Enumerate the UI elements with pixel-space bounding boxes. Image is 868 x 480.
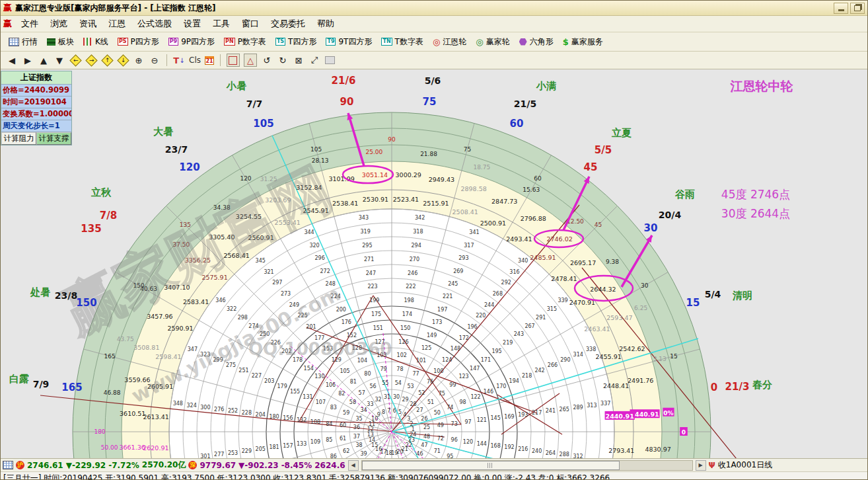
toolbar-label: P四方形 [131, 36, 159, 48]
diamond-right-button[interactable]: → [85, 54, 97, 66]
chart-area[interactable]: 1234567891011121314151617181920212223242… [1, 69, 868, 458]
svg-text:179: 179 [277, 383, 287, 389]
svg-text:3051.14: 3051.14 [362, 171, 388, 179]
svg-text:316: 316 [509, 269, 519, 275]
svg-text:春分: 春分 [752, 379, 772, 391]
svg-text:7/8: 7/8 [100, 210, 117, 221]
svg-text:105: 105 [253, 118, 273, 130]
t-down-button[interactable]: T↓ [173, 54, 185, 66]
diamond-up-button[interactable]: ↑ [101, 54, 113, 66]
toolbar-button-江恩轮[interactable]: ◎江恩轮 [429, 35, 470, 49]
cls-button[interactable]: Cls [189, 56, 201, 65]
menu-item-3[interactable]: 江恩 [102, 16, 131, 32]
svg-text:194: 194 [509, 378, 519, 384]
scroll-left-button[interactable]: ◀ [348, 460, 359, 471]
clipboard-button[interactable] [324, 54, 336, 66]
tri-left-button[interactable]: ◀ [6, 54, 18, 66]
svg-text:222: 222 [406, 284, 416, 290]
diamond-left-button[interactable]: ← [69, 54, 81, 66]
toolbar-button-9P四方形[interactable]: P99P四方形 [164, 35, 219, 49]
title-bar[interactable]: 赢 赢家江恩专业版[赢家内部服务平台] - [上证指数 江恩轮] [1, 1, 867, 16]
toolbar-button-板块[interactable]: 板块 [43, 35, 78, 49]
svg-text:150: 150 [400, 325, 410, 331]
svg-text:98: 98 [460, 399, 466, 405]
toolbar-button-T数字表[interactable]: TNT数字表 [377, 35, 427, 49]
menu-item-9[interactable]: 帮助 [311, 16, 340, 32]
menu-item-7[interactable]: 窗口 [236, 16, 265, 32]
box-x-button[interactable]: ⊠ [293, 54, 305, 66]
scrollbar-thumb[interactable] [362, 461, 620, 470]
coefficient-row: 变换系数=1.00000 [1, 108, 71, 120]
tri-down-button[interactable]: ▼ [54, 54, 65, 66]
blocks-icon [47, 38, 55, 46]
diamond-down-button[interactable]: ↓ [117, 54, 129, 66]
tri-up-button[interactable]: ▲ [38, 54, 50, 66]
calendar-button[interactable]: 21 [205, 56, 214, 65]
square-button[interactable] [227, 54, 240, 67]
toolbar-button-9T四方形[interactable]: T99T四方形 [322, 35, 376, 49]
badge-TS: TS [275, 38, 285, 46]
toolbar-button-行情[interactable]: 行情 [5, 35, 42, 49]
tri-right-button[interactable]: ▶ [22, 54, 34, 66]
svg-text:3457.96: 3457.96 [147, 313, 172, 320]
toolbar-button-六角形[interactable]: 六角形 [515, 35, 558, 49]
menu-item-5[interactable]: 设置 [178, 16, 207, 32]
svg-text:2523.41: 2523.41 [393, 196, 419, 203]
menu-item-2[interactable]: 资讯 [73, 16, 102, 32]
rotate-ccw-button[interactable]: ↺ [261, 54, 273, 66]
svg-text:246: 246 [408, 270, 417, 276]
rotate-cw-button[interactable]: ↻ [277, 54, 289, 66]
menu-item-8[interactable]: 交易委托 [265, 16, 311, 32]
toolbar-button-赢家轮[interactable]: ◎赢家轮 [472, 35, 513, 49]
status-bar: 沪 2746.61 ▼-229.92 -7.72% 2570.20亿 深 977… [1, 458, 867, 471]
center-arrows-button[interactable]: ⤢ [308, 54, 320, 66]
svg-text:155: 155 [290, 389, 300, 395]
svg-text:271: 271 [364, 257, 374, 262]
quote-grid-icon[interactable] [3, 461, 13, 469]
svg-text:109: 109 [310, 439, 320, 445]
toolbar-button-P四方形[interactable]: PSP四方形 [114, 35, 163, 49]
toolbar-button-T四方形[interactable]: TST四方形 [271, 35, 321, 49]
toolbar-button-K线[interactable]: K线 [79, 35, 112, 49]
minimize-button[interactable] [834, 3, 848, 14]
restore-button[interactable] [850, 3, 865, 14]
clipboard-icon [325, 56, 335, 64]
shanghai-badge: 沪 [16, 461, 24, 469]
toolbar-button-P数字表[interactable]: PNP数字表 [220, 35, 270, 49]
svg-text:小满: 小满 [536, 80, 556, 92]
svg-text:193: 193 [518, 412, 528, 418]
menu-item-4[interactable]: 公式选股 [131, 16, 178, 32]
menu-item-1[interactable]: 浏览 [44, 16, 73, 32]
zoom-in-button[interactable]: ⊕ [133, 54, 145, 66]
svg-text:2847.73: 2847.73 [491, 198, 517, 205]
zoom-out-button[interactable]: ⊖ [149, 54, 161, 66]
toolbar-button-赢家服务[interactable]: $赢家服务 [559, 35, 607, 49]
menu-item-0[interactable]: 文件 [15, 16, 44, 32]
gann-wheel[interactable]: 1234567891011121314151617181920212223242… [1, 69, 868, 458]
svg-text:白露: 白露 [9, 373, 29, 385]
svg-text:265: 265 [560, 407, 569, 413]
svg-text:135: 135 [81, 223, 101, 235]
svg-text:49: 49 [437, 422, 444, 428]
hexagon-icon [519, 38, 527, 46]
svg-text:21/3: 21/3 [725, 381, 750, 393]
calc-resistance-button[interactable]: 计算阻力 [1, 132, 36, 145]
scroll-right-button[interactable]: ▶ [696, 460, 706, 471]
drawing-toolbar: ◀▶▲▼←→↑↓⊕⊖T↓Cls21△↺↻⊠⤢ [1, 52, 867, 69]
svg-text:3.13: 3.13 [653, 356, 667, 362]
menu-item-6[interactable]: 工具 [207, 16, 236, 32]
svg-text:45: 45 [584, 161, 598, 173]
svg-text:173: 173 [432, 319, 442, 325]
svg-text:277: 277 [214, 452, 224, 458]
svg-text:152: 152 [347, 333, 357, 339]
svg-text:241: 241 [546, 408, 556, 414]
svg-text:180: 180 [269, 414, 279, 420]
calc-support-button[interactable]: 计算支撑 [36, 132, 71, 145]
triangle-button[interactable]: △ [244, 54, 257, 67]
svg-text:2493.41: 2493.41 [506, 235, 532, 243]
svg-text:294: 294 [411, 243, 421, 249]
svg-text:4830.97: 4830.97 [645, 446, 670, 453]
svg-text:82: 82 [338, 391, 345, 397]
svg-text:21/6: 21/6 [332, 75, 356, 87]
horizontal-scrollbar[interactable] [361, 460, 693, 471]
